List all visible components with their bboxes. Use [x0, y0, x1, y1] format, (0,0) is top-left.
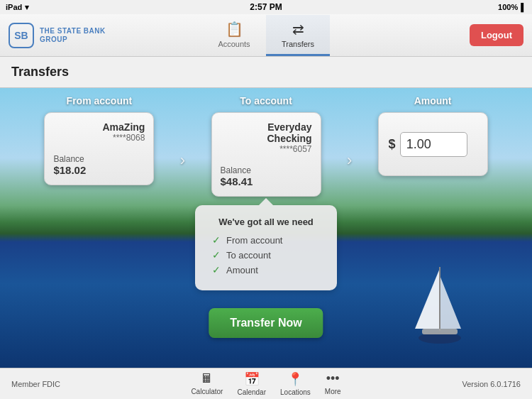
- from-balance-value: $18.02: [53, 164, 145, 176]
- accounts-icon: 📋: [226, 21, 243, 38]
- footer-nav-calendar[interactable]: 📅 Calendar: [237, 371, 266, 396]
- tab-transfers[interactable]: ⇄ Transfers: [266, 15, 330, 56]
- amount-input[interactable]: [400, 132, 467, 157]
- transfer-now-button[interactable]: Transfer Now: [209, 308, 323, 338]
- battery-label: 100%: [498, 3, 518, 11]
- locations-label: Locations: [280, 388, 311, 396]
- main-content: From account AmaZing ****8068 Balance $1…: [0, 88, 532, 368]
- svg-marker-1: [440, 275, 461, 329]
- footer: Member FDIC 🖩 Calculator 📅 Calendar 📍 Lo…: [0, 368, 532, 399]
- dollar-sign: $: [389, 137, 396, 152]
- check-icon-to: ✓: [212, 249, 221, 261]
- to-account-column: To account Everyday Checking ****6057 Ba…: [188, 95, 344, 197]
- calendar-icon: 📅: [244, 371, 260, 387]
- bubble-from-text: From account: [226, 235, 282, 246]
- logout-button[interactable]: Logout: [470, 24, 523, 46]
- page-title: Transfers: [11, 65, 69, 80]
- version-label: Version 6.0.1716: [462, 380, 521, 388]
- to-balance-label: Balance: [221, 165, 312, 175]
- fdic-label: Member FDIC: [11, 380, 60, 388]
- from-account-label: From account: [67, 95, 133, 106]
- sailboat-illustration: [404, 261, 475, 354]
- more-label: More: [325, 388, 341, 395]
- logo-text: THE STATE BANK GROUP: [40, 27, 106, 44]
- bubble-to-text: To account: [226, 250, 271, 261]
- footer-nav-calculator[interactable]: 🖩 Calculator: [191, 371, 223, 396]
- to-balance-value: $48.41: [221, 175, 312, 187]
- wifi-icon: ▾: [25, 3, 29, 12]
- transfers-icon: ⇄: [292, 21, 304, 38]
- nav-tabs: 📋 Accounts ⇄ Transfers: [202, 15, 330, 56]
- arrow-right-icon-1: ›: [180, 151, 185, 170]
- to-account-label: To account: [240, 95, 292, 106]
- logo-icon: SB: [9, 23, 34, 48]
- footer-nav-locations[interactable]: 📍 Locations: [280, 371, 311, 396]
- arrow-1-container: ›: [177, 95, 188, 197]
- check-icon-from: ✓: [212, 234, 221, 246]
- battery-icon: ▌: [521, 3, 526, 11]
- to-account-card[interactable]: Everyday Checking ****6057 Balance $48.4…: [211, 112, 321, 197]
- calculator-label: Calculator: [191, 388, 223, 395]
- from-account-column: From account AmaZing ****8068 Balance $1…: [21, 95, 177, 197]
- carrier-label: iPad: [6, 3, 22, 11]
- transfer-form: From account AmaZing ****8068 Balance $1…: [0, 95, 532, 197]
- check-icon-amount: ✓: [212, 264, 221, 275]
- amount-card: $: [378, 112, 488, 176]
- footer-nav: 🖩 Calculator 📅 Calendar 📍 Locations ••• …: [191, 371, 340, 396]
- bubble-item-from: ✓ From account: [212, 234, 320, 246]
- from-account-card[interactable]: AmaZing ****8068 Balance $18.02: [44, 112, 154, 185]
- footer-nav-more[interactable]: ••• More: [325, 371, 341, 396]
- bubble-item-to: ✓ To account: [212, 249, 320, 261]
- svg-rect-2: [439, 267, 440, 331]
- arrow-2-container: ›: [344, 95, 355, 197]
- arrow-right-icon-2: ›: [347, 151, 352, 170]
- calculator-icon: 🖩: [201, 371, 214, 386]
- amount-column: Amount $: [355, 95, 511, 197]
- status-bar-right: 100% ▌: [498, 3, 526, 11]
- tab-accounts-label: Accounts: [218, 40, 250, 48]
- tab-accounts[interactable]: 📋 Accounts: [202, 15, 266, 56]
- bubble-title: We've got all we need: [212, 217, 320, 227]
- logo-area: SB THE STATE BANK GROUP: [0, 23, 142, 48]
- locations-icon: 📍: [287, 371, 303, 387]
- status-time: 2:57 PM: [250, 2, 282, 12]
- to-account-name: Everyday Checking: [221, 121, 312, 144]
- from-balance-label: Balance: [53, 154, 145, 164]
- bubble-amount-text: Amount: [226, 265, 258, 275]
- header: SB THE STATE BANK GROUP 📋 Accounts ⇄ Tra…: [0, 14, 532, 57]
- from-account-name: AmaZing: [53, 121, 145, 133]
- page-title-bar: Transfers: [0, 57, 532, 88]
- confirmation-bubble: We've got all we need ✓ From account ✓ T…: [195, 205, 337, 290]
- amount-label: Amount: [414, 95, 452, 106]
- svg-rect-4: [422, 329, 458, 334]
- from-account-number: ****8068: [53, 133, 145, 143]
- to-account-number: ****6057: [221, 144, 312, 154]
- svg-marker-0: [415, 268, 440, 329]
- calendar-label: Calendar: [237, 388, 266, 396]
- tab-transfers-label: Transfers: [282, 40, 314, 48]
- status-bar-left: iPad ▾: [6, 3, 29, 12]
- bubble-item-amount: ✓ Amount: [212, 264, 320, 275]
- status-bar: iPad ▾ 2:57 PM 100% ▌: [0, 0, 532, 14]
- more-icon: •••: [326, 371, 340, 386]
